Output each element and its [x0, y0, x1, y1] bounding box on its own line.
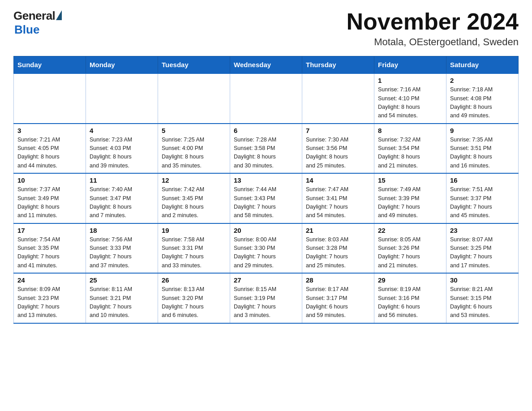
calendar-cell: 2Sunrise: 7:18 AMSunset: 4:08 PMDaylight…	[446, 73, 519, 124]
day-number: 16	[450, 176, 515, 184]
day-info: Sunrise: 8:11 AMSunset: 3:21 PMDaylight:…	[90, 285, 154, 320]
day-number: 24	[17, 276, 82, 284]
calendar-cell: 15Sunrise: 7:49 AMSunset: 3:39 PMDayligh…	[374, 173, 446, 223]
calendar-cell: 9Sunrise: 7:35 AMSunset: 3:51 PMDaylight…	[446, 124, 519, 174]
day-number: 20	[234, 227, 298, 234]
day-info: Sunrise: 8:05 AMSunset: 3:26 PMDaylight:…	[378, 235, 442, 270]
day-info: Sunrise: 8:09 AMSunset: 3:23 PMDaylight:…	[17, 285, 82, 320]
calendar-cell: 5Sunrise: 7:25 AMSunset: 4:00 PMDaylight…	[158, 124, 230, 174]
calendar-week-row: 24Sunrise: 8:09 AMSunset: 3:23 PMDayligh…	[14, 273, 519, 323]
calendar-cell: 17Sunrise: 7:54 AMSunset: 3:35 PMDayligh…	[14, 223, 86, 274]
day-info: Sunrise: 8:13 AMSunset: 3:20 PMDaylight:…	[162, 285, 226, 320]
calendar-cell: 4Sunrise: 7:23 AMSunset: 4:03 PMDaylight…	[86, 124, 158, 174]
day-number: 21	[306, 227, 370, 234]
calendar-cell: 1Sunrise: 7:16 AMSunset: 4:10 PMDaylight…	[374, 73, 446, 124]
day-number: 8	[378, 127, 442, 134]
calendar-cell: 13Sunrise: 7:44 AMSunset: 3:43 PMDayligh…	[230, 173, 302, 223]
calendar-cell: 23Sunrise: 8:07 AMSunset: 3:25 PMDayligh…	[446, 223, 519, 274]
day-number: 1	[378, 77, 442, 84]
day-number: 9	[450, 127, 515, 134]
calendar-header-thursday: Thursday	[302, 56, 374, 74]
day-info: Sunrise: 7:56 AMSunset: 3:33 PMDaylight:…	[90, 235, 154, 270]
calendar-cell: 14Sunrise: 7:47 AMSunset: 3:41 PMDayligh…	[302, 173, 374, 223]
day-number: 19	[162, 227, 226, 234]
calendar-week-row: 17Sunrise: 7:54 AMSunset: 3:35 PMDayligh…	[14, 223, 519, 274]
day-info: Sunrise: 7:21 AMSunset: 4:05 PMDaylight:…	[17, 136, 82, 171]
logo-triangle-icon	[56, 10, 62, 20]
calendar-cell: 28Sunrise: 8:17 AMSunset: 3:17 PMDayligh…	[302, 273, 374, 323]
day-number: 13	[234, 176, 298, 184]
calendar-header-saturday: Saturday	[446, 56, 519, 74]
day-info: Sunrise: 7:40 AMSunset: 3:47 PMDaylight:…	[90, 185, 154, 220]
day-number: 29	[378, 276, 442, 284]
day-info: Sunrise: 7:30 AMSunset: 3:56 PMDaylight:…	[306, 136, 370, 171]
day-number: 6	[234, 127, 298, 134]
calendar-cell: 11Sunrise: 7:40 AMSunset: 3:47 PMDayligh…	[86, 173, 158, 223]
calendar-cell: 22Sunrise: 8:05 AMSunset: 3:26 PMDayligh…	[374, 223, 446, 274]
day-number: 26	[162, 276, 226, 284]
month-title: November 2024	[347, 9, 519, 34]
day-number: 17	[17, 227, 82, 234]
day-info: Sunrise: 8:03 AMSunset: 3:28 PMDaylight:…	[306, 235, 370, 270]
day-number: 7	[306, 127, 370, 134]
title-block: November 2024 Motala, OEstergoetland, Sw…	[347, 9, 519, 48]
day-info: Sunrise: 7:49 AMSunset: 3:39 PMDaylight:…	[378, 185, 442, 220]
day-info: Sunrise: 8:15 AMSunset: 3:19 PMDaylight:…	[234, 285, 298, 320]
calendar-cell: 20Sunrise: 8:00 AMSunset: 3:30 PMDayligh…	[230, 223, 302, 274]
location-title: Motala, OEstergoetland, Sweden	[347, 36, 519, 48]
day-number: 14	[306, 176, 370, 184]
calendar-header-monday: Monday	[86, 56, 158, 74]
calendar-cell: 3Sunrise: 7:21 AMSunset: 4:05 PMDaylight…	[14, 124, 86, 174]
day-info: Sunrise: 7:42 AMSunset: 3:45 PMDaylight:…	[162, 185, 226, 220]
calendar-cell: 7Sunrise: 7:30 AMSunset: 3:56 PMDaylight…	[302, 124, 374, 174]
calendar-cell: 24Sunrise: 8:09 AMSunset: 3:23 PMDayligh…	[14, 273, 86, 323]
calendar-cell: 29Sunrise: 8:19 AMSunset: 3:16 PMDayligh…	[374, 273, 446, 323]
calendar-cell: 16Sunrise: 7:51 AMSunset: 3:37 PMDayligh…	[446, 173, 519, 223]
calendar-cell: 26Sunrise: 8:13 AMSunset: 3:20 PMDayligh…	[158, 273, 230, 323]
day-number: 30	[450, 276, 515, 284]
calendar-cell: 18Sunrise: 7:56 AMSunset: 3:33 PMDayligh…	[86, 223, 158, 274]
calendar-cell	[302, 73, 374, 124]
page-header: General Blue November 2024 Motala, OEste…	[13, 9, 519, 48]
logo: General Blue	[13, 9, 62, 37]
day-info: Sunrise: 7:35 AMSunset: 3:51 PMDaylight:…	[450, 136, 515, 171]
day-number: 28	[306, 276, 370, 284]
calendar-header-tuesday: Tuesday	[158, 56, 230, 74]
day-number: 18	[90, 227, 154, 234]
calendar-header-friday: Friday	[374, 56, 446, 74]
calendar-cell	[86, 73, 158, 124]
logo-general-text: General	[13, 9, 55, 23]
day-info: Sunrise: 7:58 AMSunset: 3:31 PMDaylight:…	[162, 235, 226, 270]
day-info: Sunrise: 7:37 AMSunset: 3:49 PMDaylight:…	[17, 185, 82, 220]
calendar-cell: 30Sunrise: 8:21 AMSunset: 3:15 PMDayligh…	[446, 273, 519, 323]
calendar-cell	[14, 73, 86, 124]
day-number: 15	[378, 176, 442, 184]
day-number: 12	[162, 176, 226, 184]
calendar-header-row: SundayMondayTuesdayWednesdayThursdayFrid…	[14, 56, 519, 74]
calendar-cell: 12Sunrise: 7:42 AMSunset: 3:45 PMDayligh…	[158, 173, 230, 223]
day-info: Sunrise: 8:21 AMSunset: 3:15 PMDaylight:…	[450, 285, 515, 320]
calendar-cell: 19Sunrise: 7:58 AMSunset: 3:31 PMDayligh…	[158, 223, 230, 274]
day-info: Sunrise: 7:44 AMSunset: 3:43 PMDaylight:…	[234, 185, 298, 220]
calendar-week-row: 1Sunrise: 7:16 AMSunset: 4:10 PMDaylight…	[14, 73, 519, 124]
logo-blue-text: Blue	[13, 23, 39, 37]
day-number: 22	[378, 227, 442, 234]
day-info: Sunrise: 8:00 AMSunset: 3:30 PMDaylight:…	[234, 235, 298, 270]
day-number: 11	[90, 176, 154, 184]
day-info: Sunrise: 7:47 AMSunset: 3:41 PMDaylight:…	[306, 185, 370, 220]
day-info: Sunrise: 7:32 AMSunset: 3:54 PMDaylight:…	[378, 136, 442, 171]
day-number: 3	[17, 127, 82, 134]
calendar-week-row: 10Sunrise: 7:37 AMSunset: 3:49 PMDayligh…	[14, 173, 519, 223]
day-info: Sunrise: 7:28 AMSunset: 3:58 PMDaylight:…	[234, 136, 298, 171]
calendar-cell: 10Sunrise: 7:37 AMSunset: 3:49 PMDayligh…	[14, 173, 86, 223]
calendar-cell: 21Sunrise: 8:03 AMSunset: 3:28 PMDayligh…	[302, 223, 374, 274]
day-info: Sunrise: 7:23 AMSunset: 4:03 PMDaylight:…	[90, 136, 154, 171]
day-info: Sunrise: 7:16 AMSunset: 4:10 PMDaylight:…	[378, 86, 442, 120]
day-number: 2	[450, 77, 515, 84]
day-number: 5	[162, 127, 226, 134]
day-number: 10	[17, 176, 82, 184]
calendar-cell	[230, 73, 302, 124]
day-info: Sunrise: 7:51 AMSunset: 3:37 PMDaylight:…	[450, 185, 515, 220]
calendar-cell: 8Sunrise: 7:32 AMSunset: 3:54 PMDaylight…	[374, 124, 446, 174]
day-number: 4	[90, 127, 154, 134]
